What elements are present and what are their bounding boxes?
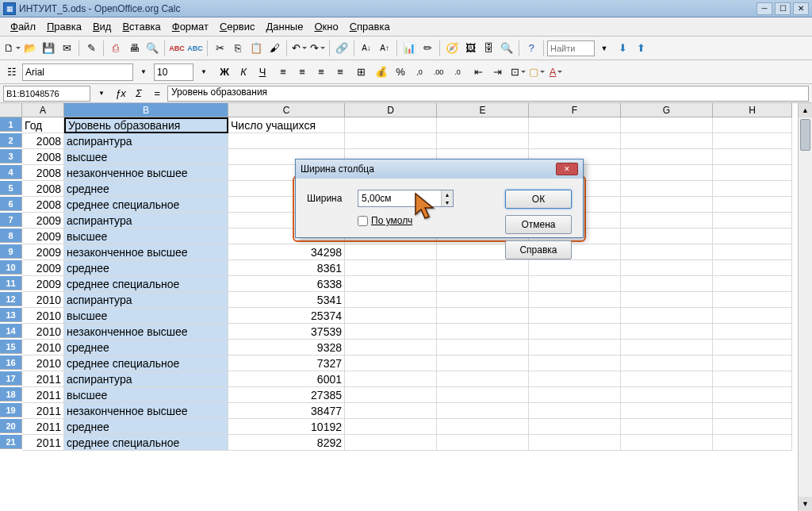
row-header-14[interactable]: 14 xyxy=(0,324,22,338)
cell-B5[interactable]: среднее xyxy=(64,181,228,197)
row-header-16[interactable]: 16 xyxy=(0,355,22,370)
cancel-button[interactable]: Отмена xyxy=(505,215,572,234)
cell-C9[interactable]: 34298 xyxy=(228,244,345,260)
cell-B4[interactable]: незаконченное высшее xyxy=(64,165,228,181)
cell-E10[interactable] xyxy=(437,260,529,276)
cell-G2[interactable] xyxy=(621,133,713,149)
row-header-4[interactable]: 4 xyxy=(0,165,22,179)
merge-button[interactable]: ⊞ xyxy=(352,63,370,81)
column-header-A[interactable]: A xyxy=(22,103,64,117)
row-header-2[interactable]: 2 xyxy=(0,133,22,148)
cell-G4[interactable] xyxy=(621,165,713,181)
spinner-up-icon[interactable]: ▲ xyxy=(442,190,453,198)
cell-D13[interactable] xyxy=(345,308,437,324)
cell-C14[interactable]: 37539 xyxy=(228,324,345,340)
number-button[interactable]: ,0 xyxy=(411,63,428,81)
cell-D18[interactable] xyxy=(345,387,437,403)
cell-A17[interactable]: 2011 xyxy=(22,371,64,387)
cell-G19[interactable] xyxy=(621,403,713,419)
cell-H17[interactable] xyxy=(713,371,792,387)
cell-A1[interactable]: Год xyxy=(22,117,64,133)
cell-F11[interactable] xyxy=(529,276,621,292)
cell-G16[interactable] xyxy=(621,355,713,371)
cell-F1[interactable] xyxy=(529,117,621,133)
cell-G17[interactable] xyxy=(621,371,713,387)
menu-окно[interactable]: Окно xyxy=(308,21,343,33)
cell-D14[interactable] xyxy=(345,324,437,340)
default-checkbox[interactable] xyxy=(358,216,368,226)
fontcolor-button[interactable]: A xyxy=(547,63,565,81)
cell-F20[interactable] xyxy=(529,419,621,435)
cell-B15[interactable]: среднее xyxy=(64,340,228,355)
cell-H12[interactable] xyxy=(713,292,792,308)
row-header-18[interactable]: 18 xyxy=(0,387,22,402)
cell-H3[interactable] xyxy=(713,149,792,165)
cell-E11[interactable] xyxy=(437,276,529,292)
cell-F19[interactable] xyxy=(529,403,621,419)
cell-A20[interactable]: 2011 xyxy=(22,419,64,435)
cell-B21[interactable]: среднее специальное xyxy=(64,435,228,451)
cell-C2[interactable] xyxy=(228,133,345,149)
dialog-title-bar[interactable]: Ширина столбца ✕ xyxy=(296,159,583,179)
scroll-down-icon[interactable]: ▼ xyxy=(799,497,812,511)
row-header-20[interactable]: 20 xyxy=(0,419,22,433)
cell-C11[interactable]: 6338 xyxy=(228,276,345,292)
cell-G3[interactable] xyxy=(621,149,713,165)
width-input[interactable] xyxy=(358,190,441,206)
find-next-button[interactable]: ⬇ xyxy=(614,40,631,57)
row-header-19[interactable]: 19 xyxy=(0,403,22,417)
align-left-button[interactable]: ≡ xyxy=(274,63,292,81)
cell-B17[interactable]: аспирантура xyxy=(64,371,228,387)
cell-B19[interactable]: незаконченное высшее xyxy=(64,403,228,419)
maximize-button[interactable]: ☐ xyxy=(775,2,791,15)
row-header-9[interactable]: 9 xyxy=(0,244,22,259)
paste-button[interactable]: 📋 xyxy=(247,40,265,57)
menu-правка[interactable]: Правка xyxy=(41,21,87,33)
row-header-21[interactable]: 21 xyxy=(0,435,22,449)
cell-C17[interactable]: 6001 xyxy=(228,371,345,387)
menu-справка[interactable]: Справка xyxy=(344,21,396,33)
font-name-dd-icon[interactable]: ▼ xyxy=(135,63,152,81)
cell-A16[interactable]: 2010 xyxy=(22,355,64,371)
cell-B12[interactable]: аспирантура xyxy=(64,292,228,308)
minimize-button[interactable]: ─ xyxy=(756,2,772,15)
column-header-D[interactable]: D xyxy=(345,103,437,117)
pdf-button[interactable]: ⎙ xyxy=(107,40,124,57)
cell-H14[interactable] xyxy=(713,324,792,340)
redo-button[interactable]: ↷ xyxy=(308,40,326,57)
dec-indent-button[interactable]: ⇤ xyxy=(469,63,487,81)
cell-A21[interactable]: 2011 xyxy=(22,435,64,451)
cell-A8[interactable]: 2009 xyxy=(22,229,64,244)
cell-C20[interactable]: 10192 xyxy=(228,419,345,435)
cell-A13[interactable]: 2010 xyxy=(22,308,64,324)
find-dropdown-icon[interactable]: ▼ xyxy=(596,40,613,57)
cell-A3[interactable]: 2008 xyxy=(22,149,64,165)
cell-H19[interactable] xyxy=(713,403,792,419)
borders-button[interactable]: ⊡ xyxy=(509,63,527,81)
cell-D16[interactable] xyxy=(345,355,437,371)
row-header-7[interactable]: 7 xyxy=(0,213,22,227)
save-button[interactable]: 💾 xyxy=(40,40,57,57)
row-header-15[interactable]: 15 xyxy=(0,340,22,354)
datasources-button[interactable]: 🗄 xyxy=(480,40,497,57)
formula-input[interactable]: Уровень образования xyxy=(167,86,809,102)
cell-F18[interactable] xyxy=(529,387,621,403)
find-input[interactable] xyxy=(547,40,595,56)
cell-G20[interactable] xyxy=(621,419,713,435)
cell-E13[interactable] xyxy=(437,308,529,324)
currency-button[interactable]: 💰 xyxy=(373,63,390,81)
zoom-button[interactable]: 🔍 xyxy=(498,40,515,57)
cell-G10[interactable] xyxy=(621,260,713,276)
cell-H7[interactable] xyxy=(713,213,792,229)
cell-A18[interactable]: 2011 xyxy=(22,387,64,403)
scroll-up-icon[interactable]: ▲ xyxy=(799,103,812,117)
autospell-button[interactable]: ABC xyxy=(186,40,204,57)
cell-A10[interactable]: 2009 xyxy=(22,260,64,276)
cell-H16[interactable] xyxy=(713,355,792,371)
cut-button[interactable]: ✂ xyxy=(211,40,228,57)
cell-D17[interactable] xyxy=(345,371,437,387)
format-paint-button[interactable]: 🖌 xyxy=(266,40,283,57)
gallery-button[interactable]: 🖼 xyxy=(462,40,479,57)
cell-F17[interactable] xyxy=(529,371,621,387)
cell-G14[interactable] xyxy=(621,324,713,340)
